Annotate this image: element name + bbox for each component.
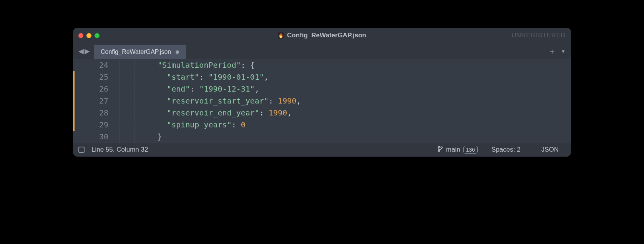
line-number: 25: [73, 71, 108, 83]
code-line[interactable]: "SimulationPeriod": {: [158, 59, 301, 71]
cursor-position[interactable]: Line 55, Column 32: [91, 146, 148, 154]
code-line[interactable]: "start": "1990-01-01",: [158, 71, 301, 83]
panel-toggle-icon[interactable]: [78, 147, 85, 153]
tabbar-actions: ＋ ▼: [548, 43, 571, 59]
unregistered-label: UNREGISTERED: [511, 32, 566, 39]
line-number: 30: [73, 131, 108, 143]
line-number: 27: [73, 95, 108, 107]
git-branch-name: main: [446, 146, 460, 154]
nav-back-icon[interactable]: ◀: [78, 47, 84, 55]
modified-gutter-strip: [73, 71, 75, 131]
titlebar: 🔥 Config_ReWaterGAP.json UNREGISTERED: [73, 28, 571, 43]
tab-filename: Config_ReWaterGAP.json: [101, 48, 171, 55]
syntax-setting[interactable]: JSON: [534, 146, 566, 154]
git-change-count: 136: [463, 146, 478, 154]
line-number-gutter: 24252627282930: [73, 59, 112, 143]
svg-point-1: [438, 150, 440, 152]
app-icon: 🔥: [278, 32, 284, 38]
new-tab-icon[interactable]: ＋: [548, 46, 556, 57]
status-bar: Line 55, Column 32 main 136 Spaces: 2 JS…: [73, 143, 571, 157]
zoom-window-button[interactable]: [95, 33, 100, 38]
git-branch-indicator[interactable]: main 136: [437, 145, 478, 154]
tab-active[interactable]: Config_ReWaterGAP.json: [94, 45, 186, 59]
dirty-indicator-icon: [176, 50, 179, 54]
indent-setting[interactable]: Spaces: 2: [485, 146, 528, 154]
tab-history-nav: ◀ ▶: [76, 43, 94, 59]
traffic-lights: [78, 33, 100, 38]
tab-dropdown-icon[interactable]: ▼: [561, 48, 566, 54]
code-editor[interactable]: 24252627282930 "SimulationPeriod": { "st…: [73, 59, 571, 143]
code-line[interactable]: "reservoir_start_year": 1990,: [158, 95, 301, 107]
line-number: 29: [73, 119, 108, 131]
indent-guides: [112, 59, 158, 143]
line-number: 26: [73, 83, 108, 95]
code-line[interactable]: "end": "1990-12-31",: [158, 83, 301, 95]
code-line[interactable]: "spinup_years": 0: [158, 119, 301, 131]
svg-point-2: [441, 147, 442, 148]
tab-bar: ◀ ▶ Config_ReWaterGAP.json ＋ ▼: [73, 43, 571, 59]
minimize-window-button[interactable]: [86, 33, 91, 38]
code-line[interactable]: "reservoir_end_year": 1990,: [158, 107, 301, 119]
git-branch-icon: [437, 145, 443, 154]
line-number: 28: [73, 107, 108, 119]
code-line[interactable]: }: [158, 131, 301, 143]
nav-forward-icon[interactable]: ▶: [85, 47, 90, 55]
window-title-text: Config_ReWaterGAP.json: [287, 32, 366, 39]
line-number: 24: [73, 59, 108, 71]
svg-point-0: [438, 146, 440, 147]
editor-window: 🔥 Config_ReWaterGAP.json UNREGISTERED ◀ …: [73, 28, 571, 157]
window-title: 🔥 Config_ReWaterGAP.json: [278, 32, 366, 39]
close-window-button[interactable]: [78, 33, 83, 38]
code-content[interactable]: "SimulationPeriod": { "start": "1990-01-…: [158, 59, 309, 143]
